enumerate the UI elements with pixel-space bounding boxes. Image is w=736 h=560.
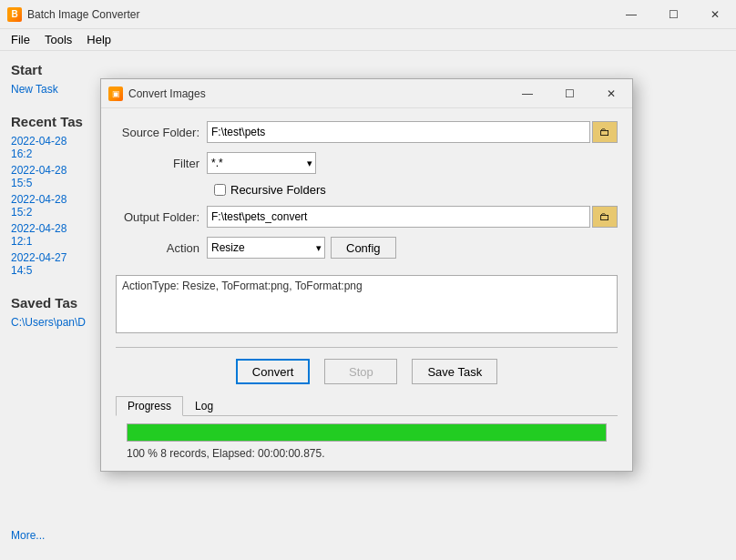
progress-container: 100 % 8 records, Elapsed: 00:00:00.875. xyxy=(116,423,618,460)
stop-button[interactable]: Stop xyxy=(324,359,397,384)
source-folder-browse-button[interactable]: 🗀 xyxy=(592,121,618,143)
menu-bar: File Tools Help xyxy=(0,29,736,51)
menu-tools[interactable]: Tools xyxy=(37,31,79,48)
action-control: Resize Convert Crop Rotate Watermark Con… xyxy=(207,237,618,259)
recent-link-3[interactable]: 2022-04-28 12:1 xyxy=(11,222,89,248)
output-folder-input[interactable] xyxy=(207,206,590,228)
output-folder-browse-button[interactable]: 🗀 xyxy=(592,206,618,228)
config-button[interactable]: Config xyxy=(331,237,396,259)
recursive-row: Recursive Folders xyxy=(116,183,618,197)
progress-tabs: Progress Log xyxy=(116,395,618,416)
menu-file[interactable]: File xyxy=(4,31,37,48)
sidebar: Start New Task Recent Tas 2022-04-28 16:… xyxy=(0,51,100,560)
recursive-label: Recursive Folders xyxy=(230,183,326,197)
action-label: Action xyxy=(116,241,207,255)
button-row: Convert Stop Save Task xyxy=(116,359,618,384)
dialog-close-button[interactable]: ✕ xyxy=(590,79,632,108)
action-select[interactable]: Resize Convert Crop Rotate Watermark xyxy=(207,237,325,259)
filter-control: *.* *.jpg *.png *.bmp *.gif xyxy=(207,152,618,174)
progress-bar-track xyxy=(127,423,607,442)
filter-select-wrapper: *.* *.jpg *.png *.bmp *.gif xyxy=(207,152,316,174)
close-button[interactable]: ✕ xyxy=(694,0,736,29)
dialog-maximize-button[interactable]: ☐ xyxy=(548,79,590,108)
main-content: Start New Task Recent Tas 2022-04-28 16:… xyxy=(0,51,736,560)
dialog-title-bar: ▣ Convert Images — ☐ ✕ xyxy=(101,79,632,108)
dialog-controls: — ☐ ✕ xyxy=(506,79,632,108)
recent-link-1[interactable]: 2022-04-28 15:5 xyxy=(11,164,89,189)
action-info-textarea[interactable] xyxy=(116,275,618,333)
progress-bar-fill xyxy=(128,424,606,441)
dialog-icon: ▣ xyxy=(108,87,123,101)
filter-select[interactable]: *.* *.jpg *.png *.bmp *.gif xyxy=(207,152,316,174)
source-folder-control: 🗀 xyxy=(207,121,618,143)
recent-link-2[interactable]: 2022-04-28 15:2 xyxy=(11,193,89,219)
convert-images-dialog: ▣ Convert Images — ☐ ✕ Source Folder: 🗀 xyxy=(100,78,633,472)
dialog-divider xyxy=(116,347,618,348)
output-folder-control: 🗀 xyxy=(207,206,618,228)
tab-progress[interactable]: Progress xyxy=(116,396,183,416)
filter-label: Filter xyxy=(116,157,207,170)
app-title-bar: B Batch Image Converter — ☐ ✕ xyxy=(0,0,736,29)
modal-overlay: ▣ Convert Images — ☐ ✕ Source Folder: 🗀 xyxy=(0,51,736,560)
window-controls: — ☐ ✕ xyxy=(610,0,736,29)
output-folder-label: Output Folder: xyxy=(116,210,207,224)
recursive-checkbox[interactable] xyxy=(214,184,226,196)
action-row: Action Resize Convert Crop Rotate Waterm… xyxy=(116,237,618,259)
save-task-button[interactable]: Save Task xyxy=(412,359,497,384)
maximize-button[interactable]: ☐ xyxy=(652,0,694,29)
convert-button[interactable]: Convert xyxy=(236,359,311,384)
new-task-link[interactable]: New Task xyxy=(11,83,89,96)
tab-log[interactable]: Log xyxy=(183,396,225,416)
source-folder-label: Source Folder: xyxy=(116,126,207,139)
menu-help[interactable]: Help xyxy=(79,31,118,48)
recent-link-0[interactable]: 2022-04-28 16:2 xyxy=(11,135,89,160)
dialog-minimize-button[interactable]: — xyxy=(506,79,548,108)
app-icon: B xyxy=(7,7,22,22)
dialog-title: Convert Images xyxy=(128,87,206,100)
recent-section-title: Recent Tas xyxy=(11,114,89,129)
dialog-body: Source Folder: 🗀 Filter *.* *.jpg xyxy=(101,108,632,471)
app-title: Batch Image Converter xyxy=(27,8,139,21)
saved-section-title: Saved Tas xyxy=(11,295,89,311)
action-select-wrapper: Resize Convert Crop Rotate Watermark xyxy=(207,237,325,259)
progress-status-label: 100 % 8 records, Elapsed: 00:00:00.875. xyxy=(127,447,607,460)
output-folder-row: Output Folder: 🗀 xyxy=(116,206,618,228)
filter-row: Filter *.* *.jpg *.png *.bmp *.gif xyxy=(116,152,618,174)
source-folder-input[interactable] xyxy=(207,121,590,143)
saved-link-0[interactable]: C:\Users\pan\D xyxy=(11,316,89,329)
start-section-title: Start xyxy=(11,62,89,77)
minimize-button[interactable]: — xyxy=(610,0,652,29)
more-link[interactable]: More... xyxy=(11,529,45,542)
source-folder-row: Source Folder: 🗀 xyxy=(116,121,618,143)
recent-link-4[interactable]: 2022-04-27 14:5 xyxy=(11,251,89,277)
